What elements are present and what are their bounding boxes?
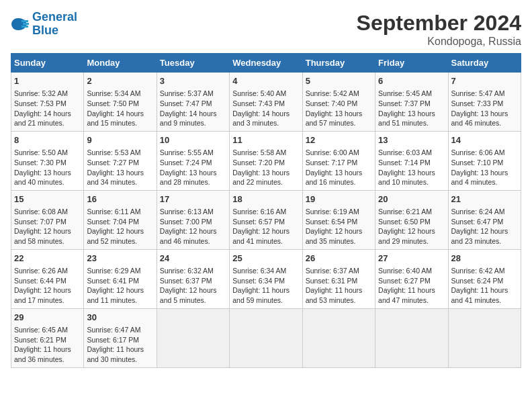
- sunrise: Sunrise: 6:47 AM: [87, 326, 140, 334]
- day-cell: 25Sunrise: 6:34 AMSunset: 6:34 PMDayligh…: [230, 249, 302, 308]
- daylight: Daylight: 13 hours and 40 minutes.: [14, 169, 71, 187]
- daylight: Daylight: 13 hours and 16 minutes.: [306, 169, 363, 187]
- sunrise: Sunrise: 6:37 AM: [306, 267, 359, 275]
- sunrise: Sunrise: 6:21 AM: [378, 208, 432, 216]
- sunrise: Sunrise: 5:34 AM: [87, 89, 140, 97]
- daylight: Daylight: 13 hours and 4 minutes.: [451, 169, 508, 187]
- day-cell: 14Sunrise: 6:06 AMSunset: 7:10 PMDayligh…: [448, 131, 521, 190]
- daylight: Daylight: 12 hours and 52 minutes.: [87, 227, 144, 245]
- daylight: Daylight: 13 hours and 22 minutes.: [232, 169, 290, 187]
- daylight: Daylight: 11 hours and 53 minutes.: [306, 286, 363, 304]
- sunrise: Sunrise: 5:37 AM: [160, 89, 214, 97]
- sunset: Sunset: 6:24 PM: [451, 277, 504, 285]
- daylight: Daylight: 12 hours and 5 minutes.: [160, 286, 217, 304]
- daylight: Daylight: 12 hours and 46 minutes.: [160, 227, 217, 245]
- logo-icon: [11, 15, 30, 34]
- day-number: 20: [378, 193, 445, 205]
- sunset: Sunset: 7:10 PM: [451, 158, 504, 167]
- sunset: Sunset: 6:41 PM: [87, 277, 139, 285]
- day-number: 27: [378, 253, 445, 265]
- daylight: Daylight: 12 hours and 29 minutes.: [378, 227, 435, 245]
- day-number: 7: [451, 75, 518, 87]
- sunrise: Sunrise: 6:08 AM: [14, 208, 68, 216]
- sunrise: Sunrise: 6:06 AM: [451, 148, 505, 156]
- day-cell: 27Sunrise: 6:40 AMSunset: 6:27 PMDayligh…: [375, 249, 448, 308]
- day-cell: [302, 308, 375, 367]
- week-row-5: 29Sunrise: 6:45 AMSunset: 6:21 PMDayligh…: [11, 308, 521, 367]
- day-cell: 8Sunrise: 5:50 AMSunset: 7:30 PMDaylight…: [11, 131, 84, 190]
- daylight: Daylight: 12 hours and 11 minutes.: [87, 286, 144, 304]
- sunrise: Sunrise: 5:32 AM: [14, 89, 68, 97]
- day-cell: 28Sunrise: 6:42 AMSunset: 6:24 PMDayligh…: [448, 249, 521, 308]
- week-row-4: 22Sunrise: 6:26 AMSunset: 6:44 PMDayligh…: [11, 249, 521, 308]
- sunrise: Sunrise: 6:34 AM: [232, 267, 286, 275]
- day-cell: [375, 308, 448, 367]
- daylight: Daylight: 13 hours and 46 minutes.: [451, 109, 508, 128]
- day-number: 25: [232, 253, 299, 265]
- day-number: 28: [451, 253, 518, 265]
- day-number: 30: [87, 312, 153, 324]
- day-cell: 30Sunrise: 6:47 AMSunset: 6:17 PMDayligh…: [84, 308, 157, 367]
- month-title: September 2024: [357, 11, 521, 36]
- daylight: Daylight: 11 hours and 36 minutes.: [14, 345, 71, 363]
- daylight: Daylight: 14 hours and 15 minutes.: [87, 109, 144, 128]
- sunset: Sunset: 7:14 PM: [378, 158, 431, 167]
- sunset: Sunset: 6:37 PM: [160, 277, 212, 285]
- daylight: Daylight: 11 hours and 47 minutes.: [378, 286, 435, 304]
- day-number: 15: [14, 193, 81, 205]
- daylight: Daylight: 12 hours and 58 minutes.: [14, 227, 71, 245]
- day-cell: 29Sunrise: 6:45 AMSunset: 6:21 PMDayligh…: [11, 308, 84, 367]
- sunrise: Sunrise: 6:16 AM: [232, 208, 286, 216]
- sunset: Sunset: 6:21 PM: [14, 336, 66, 344]
- sunrise: Sunrise: 6:24 AM: [451, 208, 505, 216]
- calendar-table: SundayMondayTuesdayWednesdayThursdayFrid…: [11, 53, 521, 368]
- sunrise: Sunrise: 6:29 AM: [87, 267, 140, 275]
- day-number: 1: [14, 75, 81, 87]
- sunset: Sunset: 7:27 PM: [87, 158, 139, 167]
- day-cell: 16Sunrise: 6:11 AMSunset: 7:04 PMDayligh…: [84, 190, 157, 249]
- sunrise: Sunrise: 5:50 AM: [14, 148, 68, 156]
- day-cell: 5Sunrise: 5:42 AMSunset: 7:40 PMDaylight…: [302, 73, 375, 132]
- sunset: Sunset: 7:50 PM: [87, 99, 139, 107]
- daylight: Daylight: 12 hours and 23 minutes.: [451, 227, 508, 245]
- day-number: 12: [306, 134, 372, 146]
- sunset: Sunset: 7:47 PM: [160, 99, 212, 107]
- week-row-2: 8Sunrise: 5:50 AMSunset: 7:30 PMDaylight…: [11, 131, 521, 190]
- day-cell: 24Sunrise: 6:32 AMSunset: 6:37 PMDayligh…: [157, 249, 229, 308]
- daylight: Daylight: 11 hours and 59 minutes.: [232, 286, 290, 304]
- day-cell: 10Sunrise: 5:55 AMSunset: 7:24 PMDayligh…: [157, 131, 229, 190]
- day-cell: 26Sunrise: 6:37 AMSunset: 6:31 PMDayligh…: [302, 249, 375, 308]
- week-row-1: 1Sunrise: 5:32 AMSunset: 7:53 PMDaylight…: [11, 73, 521, 132]
- day-number: 6: [378, 75, 445, 87]
- day-cell: 15Sunrise: 6:08 AMSunset: 7:07 PMDayligh…: [11, 190, 84, 249]
- sunset: Sunset: 7:20 PM: [232, 158, 285, 167]
- day-cell: 22Sunrise: 6:26 AMSunset: 6:44 PMDayligh…: [11, 249, 84, 308]
- daylight: Daylight: 11 hours and 41 minutes.: [451, 286, 508, 304]
- sunset: Sunset: 7:40 PM: [306, 99, 358, 107]
- sunset: Sunset: 6:17 PM: [87, 336, 139, 344]
- sunrise: Sunrise: 6:11 AM: [87, 208, 140, 216]
- header-cell-tuesday: Tuesday: [157, 54, 229, 73]
- daylight: Daylight: 12 hours and 35 minutes.: [306, 227, 363, 245]
- day-cell: 4Sunrise: 5:40 AMSunset: 7:43 PMDaylight…: [230, 73, 302, 132]
- daylight: Daylight: 11 hours and 30 minutes.: [87, 345, 144, 363]
- day-number: 23: [87, 253, 153, 265]
- sunset: Sunset: 6:34 PM: [232, 277, 285, 285]
- daylight: Daylight: 13 hours and 34 minutes.: [87, 169, 144, 187]
- sunrise: Sunrise: 5:40 AM: [232, 89, 286, 97]
- day-cell: 19Sunrise: 6:19 AMSunset: 6:54 PMDayligh…: [302, 190, 375, 249]
- header-cell-thursday: Thursday: [302, 54, 375, 73]
- day-number: 10: [160, 134, 226, 146]
- day-number: 19: [306, 193, 372, 205]
- day-cell: 2Sunrise: 5:34 AMSunset: 7:50 PMDaylight…: [84, 73, 157, 132]
- day-number: 14: [451, 134, 518, 146]
- day-cell: 23Sunrise: 6:29 AMSunset: 6:41 PMDayligh…: [84, 249, 157, 308]
- sunset: Sunset: 7:17 PM: [306, 158, 358, 167]
- sunrise: Sunrise: 5:55 AM: [160, 148, 214, 156]
- daylight: Daylight: 12 hours and 17 minutes.: [14, 286, 71, 304]
- logo-text: General Blue: [32, 11, 77, 38]
- daylight: Daylight: 14 hours and 21 minutes.: [14, 109, 71, 128]
- sunset: Sunset: 7:30 PM: [14, 158, 66, 167]
- sunset: Sunset: 7:04 PM: [87, 218, 139, 226]
- sunrise: Sunrise: 5:47 AM: [451, 89, 505, 97]
